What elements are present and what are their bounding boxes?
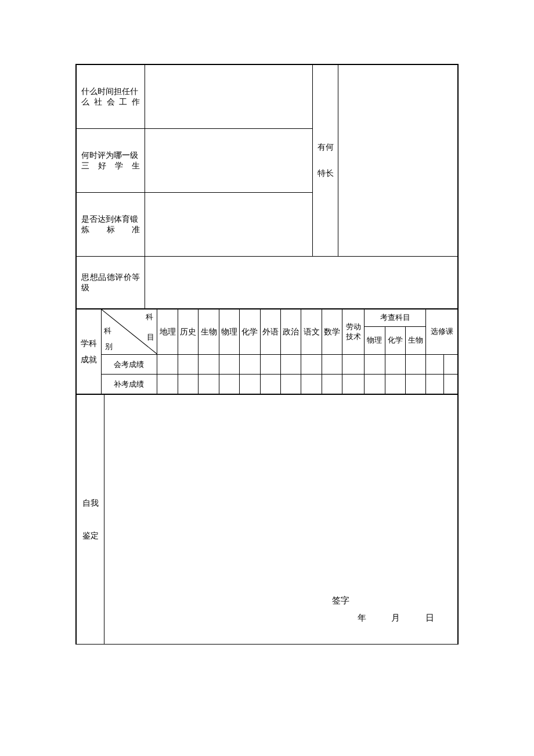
cell-retake[interactable] <box>157 375 178 394</box>
cell-retake[interactable] <box>301 375 322 394</box>
cell-exam[interactable] <box>365 355 385 375</box>
diag-subject-category: 科 科 目 别 <box>101 309 157 355</box>
field-morality[interactable] <box>145 257 458 309</box>
cell-exam[interactable] <box>301 355 322 375</box>
cell-exam[interactable] <box>199 355 219 375</box>
col-history: 历史 <box>178 309 198 355</box>
label-pe-standard: 是否达到体育锻炼标准 <box>77 193 145 257</box>
cell-exam[interactable] <box>157 355 178 375</box>
cell-retake[interactable] <box>342 375 365 394</box>
col-physics: 物理 <box>219 309 239 355</box>
cell-exam[interactable] <box>426 355 444 375</box>
signature-block: 签字 年 月 日 <box>330 592 435 627</box>
upper-table: 什么时间担任什么社会工作 有何特长 何时评为哪一级三好学生 是否达到体育锻炼标准… <box>76 64 458 309</box>
col-exam-chemistry: 化学 <box>385 327 405 355</box>
label-grades-group: 学科成就 <box>77 309 102 394</box>
cell-exam[interactable] <box>322 355 342 375</box>
cell-retake[interactable] <box>365 375 385 394</box>
col-chinese: 语文 <box>301 309 322 355</box>
cell-exam[interactable] <box>281 355 301 375</box>
student-form: 什么时间担任什么社会工作 有何特长 何时评为哪一级三好学生 是否达到体育锻炼标准… <box>75 64 459 645</box>
col-politics: 政治 <box>281 309 301 355</box>
cell-exam[interactable] <box>406 355 426 375</box>
sign-label: 签字 <box>330 592 435 609</box>
col-exam-physics: 物理 <box>365 327 385 355</box>
cell-retake[interactable] <box>385 375 405 394</box>
col-labor: 劳动技术 <box>342 309 365 355</box>
field-three-good[interactable] <box>145 129 313 193</box>
label-social-work: 什么时间担任什么社会工作 <box>77 65 145 129</box>
grades-table: 学科成就 科 科 目 别 地理 历史 生物 物理 化学 外语 政治 语文 数学 … <box>76 309 458 394</box>
cell-retake[interactable] <box>178 375 198 394</box>
field-social-work[interactable] <box>145 65 313 129</box>
cell-exam[interactable] <box>385 355 405 375</box>
col-foreign: 外语 <box>260 309 280 355</box>
col-exam-biology: 生物 <box>406 327 426 355</box>
col-chemistry: 化学 <box>240 309 260 355</box>
cell-exam[interactable] <box>178 355 198 375</box>
cell-exam[interactable] <box>240 355 260 375</box>
col-geography: 地理 <box>157 309 178 355</box>
cell-retake[interactable] <box>219 375 239 394</box>
field-pe-standard[interactable] <box>145 193 313 257</box>
col-math: 数学 <box>322 309 342 355</box>
date-line: 年 月 日 <box>330 609 435 627</box>
label-three-good: 何时评为哪一级三好学生 <box>77 129 145 193</box>
cell-exam[interactable] <box>342 355 365 375</box>
cell-retake[interactable] <box>444 375 458 394</box>
cell-retake[interactable] <box>322 375 342 394</box>
cell-retake[interactable] <box>406 375 426 394</box>
field-self-eval[interactable]: 签字 年 月 日 <box>104 395 458 645</box>
col-biology: 生物 <box>199 309 219 355</box>
cell-retake[interactable] <box>240 375 260 394</box>
self-eval-table: 自我鉴定 签字 年 月 日 <box>76 394 458 645</box>
col-exam-group: 考查科目 <box>365 309 426 327</box>
field-specialty[interactable] <box>338 65 458 257</box>
label-specialty: 有何特长 <box>313 65 338 257</box>
cell-retake[interactable] <box>426 375 444 394</box>
cell-exam[interactable] <box>219 355 239 375</box>
cell-retake[interactable] <box>199 375 219 394</box>
label-morality: 思想品德评价等级 <box>77 257 145 309</box>
row-exam-label: 会考成绩 <box>101 355 157 375</box>
cell-exam[interactable] <box>444 355 458 375</box>
cell-retake[interactable] <box>260 375 280 394</box>
cell-retake[interactable] <box>281 375 301 394</box>
label-self-eval: 自我鉴定 <box>77 395 104 645</box>
row-retake-label: 补考成绩 <box>101 375 157 394</box>
col-elective: 选修课 <box>426 309 458 355</box>
cell-exam[interactable] <box>260 355 280 375</box>
